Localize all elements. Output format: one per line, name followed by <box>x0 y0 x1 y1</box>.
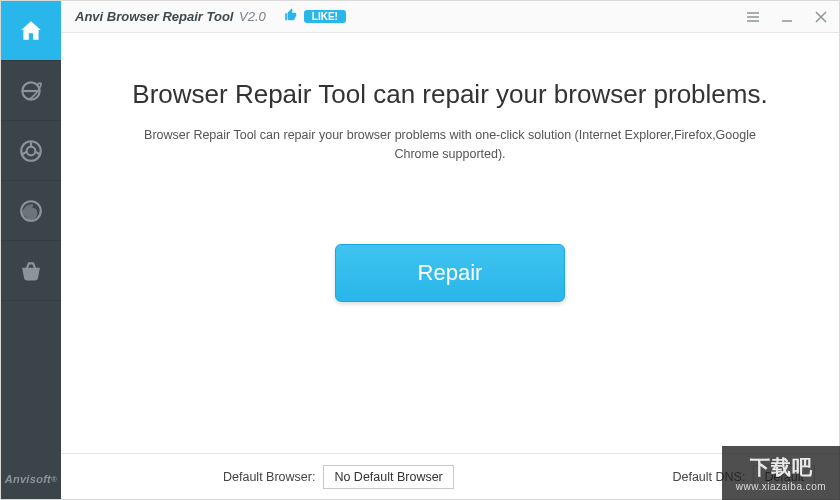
ie-icon <box>18 78 44 104</box>
menu-button[interactable] <box>745 9 761 25</box>
svg-point-2 <box>27 146 36 155</box>
default-browser-label: Default Browser: <box>223 470 315 484</box>
chrome-icon <box>18 138 44 164</box>
sidebar: Anvisoft® <box>1 1 61 499</box>
content: Browser Repair Tool can repair your brow… <box>61 33 839 453</box>
sidebar-item-chrome[interactable] <box>1 121 61 181</box>
minimize-icon <box>780 10 794 24</box>
like-button[interactable]: LIKE! <box>284 8 346 26</box>
repair-button[interactable]: Repair <box>335 244 565 302</box>
app-title: Anvi Browser Repair Tool V2.0 <box>75 9 266 24</box>
titlebar-right <box>745 9 829 25</box>
sidebar-item-home[interactable] <box>1 1 61 61</box>
brand-label: Anvisoft® <box>1 459 61 499</box>
headline: Browser Repair Tool can repair your brow… <box>132 79 767 110</box>
default-browser-select[interactable]: No Default Browser <box>323 465 453 489</box>
default-browser-value: No Default Browser <box>334 470 442 484</box>
titlebar: Anvi Browser Repair Tool V2.0 LIKE! <box>61 1 839 33</box>
main: Anvi Browser Repair Tool V2.0 LIKE! <box>61 1 839 499</box>
home-icon <box>18 18 44 44</box>
minimize-button[interactable] <box>779 9 795 25</box>
default-dns-label: Default DNS: <box>672 470 745 484</box>
default-dns-select[interactable]: Default <box>753 465 815 489</box>
menu-icon <box>746 10 760 24</box>
like-label: LIKE! <box>304 10 346 23</box>
footer: Default Browser: No Default Browser Defa… <box>61 453 839 499</box>
titlebar-left: Anvi Browser Repair Tool V2.0 LIKE! <box>75 8 346 26</box>
subhead: Browser Repair Tool can repair your brow… <box>140 126 760 164</box>
default-dns-value: Default <box>764 470 804 484</box>
close-button[interactable] <box>813 9 829 25</box>
basket-icon <box>18 258 44 284</box>
close-icon <box>815 11 827 23</box>
thumbs-up-icon <box>284 8 298 26</box>
firefox-icon <box>18 198 44 224</box>
sidebar-item-ie[interactable] <box>1 61 61 121</box>
sidebar-items <box>1 1 61 301</box>
app-title-name: Anvi Browser Repair Tool <box>75 9 233 24</box>
sidebar-item-firefox[interactable] <box>1 181 61 241</box>
app-window: Anvisoft® Anvi Browser Repair Tool V2.0 … <box>0 0 840 500</box>
app-title-version: V2.0 <box>239 9 266 24</box>
sidebar-item-store[interactable] <box>1 241 61 301</box>
